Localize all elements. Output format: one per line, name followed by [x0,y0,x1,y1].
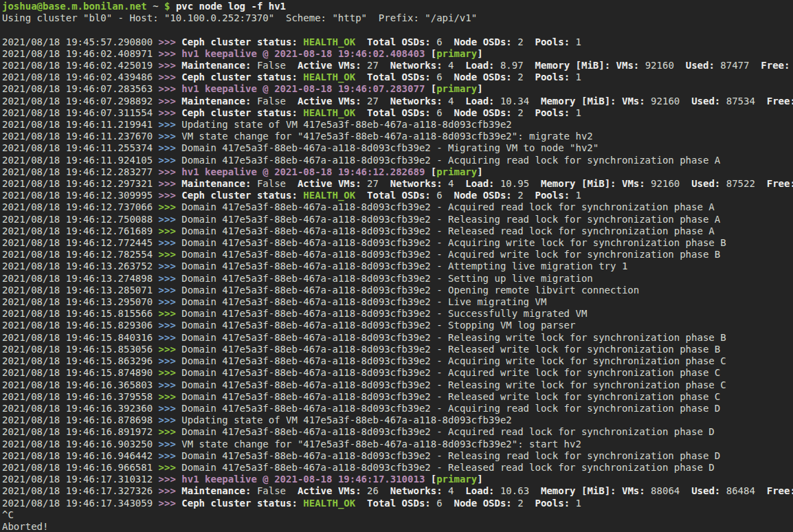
log-message-segment: Node OSDs: [454,190,511,201]
log-message-segment: 4 [443,96,466,107]
log-message-segment: Memory [MiB]: [541,178,616,189]
log-message-segment: VM state change for "417e5a3f-88eb-467a-… [181,439,581,450]
log-level-marker: >>> [159,48,176,59]
log-message-segment: VM state change for "417e5a3f-88eb-467a-… [181,131,592,142]
log-timestamp: 2021/08/18 19:46:12.750088 [2,214,159,225]
log-message-segment: Total OSDs: [367,36,431,47]
log-line: 2021/08/18 19:46:11.924105 >>> Domain 41… [2,155,793,166]
log-timestamp: 2021/08/18 19:46:16.966581 [2,462,159,473]
log-level-marker: >>> [159,320,176,331]
log-level-marker: >>> [159,498,176,509]
log-message-segment: Domain 417e5a3f-88eb-467a-a118-8d093cfb3… [181,273,592,284]
log-message-segment: 27 [361,60,390,71]
log-line: 2021/08/18 19:46:12.297321 >>> Maintenan… [2,178,793,190]
log-level-marker: >>> [159,131,176,142]
log-message-segment: ] [477,474,482,485]
log-line: 2021/08/18 19:46:16.365803 >>> Domain 41… [2,379,793,391]
log-line: 2021/08/18 19:46:15.815566 >>> Domain 41… [2,308,793,320]
log-timestamp: 2021/08/18 19:46:15.853056 [2,344,159,355]
log-message-segment: 6 [431,36,454,47]
log-timestamp: 2021/08/18 19:46:16.903250 [2,439,159,450]
log-line: 2021/08/18 19:46:12.782554 >>> Domain 41… [2,249,793,261]
aborted-line: Aborted! [2,521,793,532]
log-level-marker: >>> [159,36,176,47]
log-line: 2021/08/18 19:45:57.290800 >>> Ceph clus… [2,36,793,48]
log-line: 2021/08/18 19:46:16.878698 >>> Updating … [2,414,793,426]
log-level-marker: >>> [159,355,176,366]
log-level-marker: >>> [159,367,176,378]
log-level-marker: >>> [159,83,176,94]
log-line: 2021/08/18 19:46:11.219941 >>> Updating … [2,119,793,131]
log-output: 2021/08/18 19:45:57.290800 >>> Ceph clus… [2,36,793,509]
log-level-marker: >>> [159,71,176,82]
log-line: 2021/08/18 19:46:15.863296 >>> Domain 41… [2,355,793,367]
log-message-segment: hv1 keepalive @ 2021-08-18 19:46:02.4084… [181,48,425,59]
log-level-marker: >>> [159,273,176,284]
log-timestamp: 2021/08/18 19:46:02.425019 [2,60,159,71]
interrupt-line: ^C [2,509,793,521]
log-message-segment: Ceph cluster status: [181,71,298,82]
log-level-marker: >>> [159,237,176,248]
log-message-segment [616,485,622,496]
log-message-segment: Domain 417e5a3f-88eb-467a-a118-8d093cfb3… [181,308,587,319]
log-timestamp: 2021/08/18 19:46:12.782554 [2,249,159,260]
log-message-segment [616,96,622,107]
log-line: 2021/08/18 19:46:12.750088 >>> Domain 41… [2,214,793,225]
log-message-segment: 6 [431,71,454,82]
log-level-marker: >>> [159,119,176,130]
log-level-marker: >>> [159,178,176,189]
log-message-segment: Ceph cluster status: [181,107,298,118]
log-message-segment: [ [425,83,436,94]
log-message-segment: ] [477,166,482,177]
log-timestamp: 2021/08/18 19:46:16.365803 [2,379,159,390]
log-line: 2021/08/18 19:46:02.439486 >>> Ceph clus… [2,71,793,83]
log-timestamp: 2021/08/18 19:46:12.297321 [2,178,159,189]
log-message-segment: Networks: [390,60,443,71]
log-message-segment: Total OSDs: [367,107,431,118]
log-message-segment: HEALTH_OK [303,498,355,509]
blank-line [2,24,793,36]
log-message-segment: Memory [MiB]: [541,485,616,496]
log-message-segment: Domain 417e5a3f-88eb-467a-a118-8d093cfb3… [181,249,720,260]
log-message-segment: False [251,60,297,71]
log-message-segment: 92160 [645,178,691,189]
log-line: 2021/08/18 19:46:15.829306 >>> Domain 41… [2,320,793,331]
log-message-segment: ] [477,83,482,94]
log-message-segment: Pools: [535,498,570,509]
log-line: 2021/08/18 19:46:15.840316 >>> Domain 41… [2,332,793,344]
log-message-segment: 27 [361,178,390,189]
log-message-segment: Maintenance: [181,96,251,107]
log-message-segment: Memory [MiB]: [541,96,616,107]
log-message-segment: Node OSDs: [454,71,511,82]
log-message-segment: Maintenance: [181,485,251,496]
log-level-marker: >>> [159,308,176,319]
log-message-segment [610,60,616,71]
log-message-segment: VMs: [622,96,645,107]
log-timestamp: 2021/08/18 19:46:15.863296 [2,355,159,366]
log-message-segment: Node OSDs: [454,498,511,509]
log-message-segment: 92160 [639,60,685,71]
log-timestamp: 2021/08/18 19:46:12.309995 [2,190,159,201]
log-line: 2021/08/18 19:46:15.853056 >>> Domain 41… [2,344,793,355]
log-message-segment: Updating state of VM 417e5a3f-88eb-467a-… [181,119,511,130]
prompt-separator [159,1,164,12]
log-message-segment: False [251,178,297,189]
log-message-segment: Free: [767,178,793,189]
log-message-segment: Maintenance: [181,60,251,71]
log-message-segment: Domain 417e5a3f-88eb-467a-a118-8d093cfb3… [181,237,726,248]
log-timestamp: 2021/08/18 19:46:13.263752 [2,261,159,271]
log-line: 2021/08/18 19:46:07.311554 >>> Ceph clus… [2,107,793,119]
log-message-segment: Node OSDs: [454,107,511,118]
log-message-segment: Domain 417e5a3f-88eb-467a-a118-8d093cfb3… [181,155,720,166]
log-message-segment: Domain 417e5a3f-88eb-467a-a118-8d093cfb3… [181,403,720,414]
log-level-marker: >>> [159,426,176,437]
log-message-segment: 26 [361,485,390,496]
log-level-marker: >>> [159,201,176,212]
terminal-screen[interactable]: joshua@base.m.bonilan.net ~ $ pvc node l… [0,0,793,532]
log-message-segment: primary [436,83,477,94]
log-message-segment: 6 [431,190,454,201]
log-message-segment: primary [436,48,477,59]
log-message-segment: 2 [512,498,535,509]
log-message-segment: Free: [761,60,790,71]
log-message-segment: Domain 417e5a3f-88eb-467a-a118-8d093cfb3… [181,201,714,212]
